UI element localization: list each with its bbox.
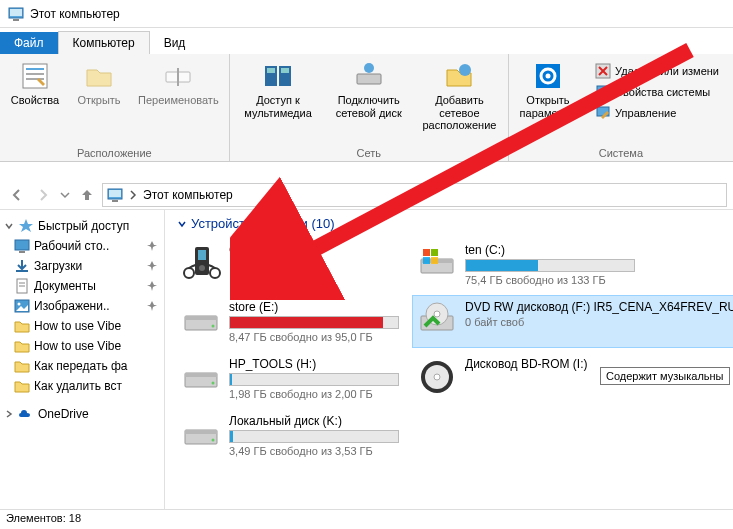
- system-properties-button[interactable]: Свойства системы: [593, 83, 721, 101]
- arrow-right-icon: [35, 187, 51, 203]
- svg-point-55: [212, 382, 215, 385]
- sidebar: Быстрый доступ Рабочий сто..ЗагрузкиДоку…: [0, 210, 165, 509]
- svg-rect-43: [423, 249, 430, 256]
- quick-access-root[interactable]: Быстрый доступ: [2, 216, 162, 236]
- svg-rect-29: [19, 251, 25, 253]
- svg-rect-1: [10, 9, 22, 16]
- svg-rect-54: [185, 373, 217, 377]
- drive-name: HP_TOOLS (H:): [229, 357, 399, 371]
- drive-item[interactable]: GT-I8160: [177, 239, 403, 290]
- ribbon-group-system: Открыть параметры Удалить или измени Сво…: [509, 54, 733, 161]
- window-title: Этот компьютер: [30, 7, 120, 21]
- nav-back-button[interactable]: [6, 184, 28, 206]
- this-pc-icon: [8, 6, 24, 22]
- sidebar-item[interactable]: Как передать фа: [2, 356, 162, 376]
- address-text: Этот компьютер: [143, 188, 233, 202]
- ribbon-group-label-system: Система: [599, 145, 643, 159]
- main-area: Быстрый доступ Рабочий сто..ЗагрузкиДоку…: [0, 210, 733, 509]
- uninstall-programs-button[interactable]: Удалить или измени: [593, 62, 721, 80]
- rename-icon: [162, 60, 194, 92]
- svg-rect-37: [198, 250, 206, 260]
- drive-icon: [181, 300, 221, 340]
- svg-rect-23: [600, 96, 606, 98]
- svg-rect-45: [423, 257, 430, 264]
- item-count: Элементов: 18: [6, 512, 81, 524]
- statusbar: Элементов: 18: [0, 509, 733, 529]
- svg-point-15: [459, 64, 471, 76]
- capacity-bar: [229, 430, 399, 443]
- drive-status: 0 байт своб: [465, 316, 733, 328]
- sidebar-item[interactable]: Загрузки: [2, 256, 162, 276]
- drives-grid: GT-I8160ten (C:)75,4 ГБ свободно из 133 …: [177, 239, 721, 461]
- address-bar[interactable]: Этот компьютер: [102, 183, 727, 207]
- drive-item[interactable]: Локальный диск (K:)3,49 ГБ свободно из 3…: [177, 410, 403, 461]
- svg-point-38: [199, 265, 205, 271]
- sidebar-item[interactable]: How to use Vibe: [2, 336, 162, 356]
- drive-status: 1,98 ГБ свободно из 2,00 ГБ: [229, 388, 399, 400]
- sidebar-item[interactable]: Документы: [2, 276, 162, 296]
- titlebar: Этот компьютер: [0, 0, 733, 28]
- devices-group-header[interactable]: Устройства и диски (10): [177, 216, 721, 231]
- add-location-icon: [443, 60, 475, 92]
- arrow-left-icon: [9, 187, 25, 203]
- drive-item[interactable]: Дисковод BD-ROM (I:): [413, 353, 733, 404]
- svg-rect-5: [26, 73, 44, 75]
- chevron-down-icon: [177, 219, 187, 229]
- capacity-bar: [465, 259, 635, 272]
- svg-rect-44: [431, 249, 438, 256]
- svg-rect-2: [13, 19, 19, 21]
- drive-name: GT-I8160: [229, 243, 399, 257]
- sidebar-item[interactable]: Изображени..: [2, 296, 162, 316]
- svg-rect-46: [431, 257, 438, 264]
- drive-win-icon: [417, 243, 457, 283]
- ribbon-tabs: Файл Компьютер Вид: [0, 28, 733, 54]
- open-button[interactable]: Открыть: [70, 58, 128, 109]
- ribbon-group-label-location: Расположение: [77, 145, 152, 159]
- uninstall-icon: [595, 63, 611, 79]
- sidebar-item-label: Загрузки: [34, 259, 142, 273]
- tab-computer[interactable]: Компьютер: [58, 31, 150, 54]
- pin-icon: [146, 260, 158, 272]
- sidebar-item-label: Изображени..: [34, 299, 142, 313]
- drive-item[interactable]: DVD RW дисковод (F:) IR5_CENA_X64FREV_RU…: [413, 296, 733, 347]
- sidebar-item-label: How to use Vibe: [34, 339, 158, 353]
- nav-forward-button[interactable]: [32, 184, 54, 206]
- media-player-icon: [181, 243, 221, 283]
- address-pc-icon: [107, 187, 123, 203]
- sys-props-icon: [595, 84, 611, 100]
- drive-name: Дисковод BD-ROM (I:): [465, 357, 733, 371]
- chevron-right-icon: [4, 409, 14, 419]
- drive-status: 8,47 ГБ свободно из 95,0 ГБ: [229, 331, 399, 343]
- drive-item[interactable]: ten (C:)75,4 ГБ свободно из 133 ГБ: [413, 239, 733, 290]
- media-access-button[interactable]: Доступ к мультимедиа: [236, 58, 321, 134]
- svg-point-18: [545, 74, 550, 79]
- svg-point-49: [212, 325, 215, 328]
- drive-icon: [181, 357, 221, 397]
- rename-button[interactable]: Переименовать: [134, 58, 223, 109]
- pin-icon: [146, 280, 158, 292]
- drive-item[interactable]: store (E:)8,47 ГБ свободно из 95,0 ГБ: [177, 296, 403, 347]
- map-drive-button[interactable]: Подключить сетевой диск: [326, 58, 411, 134]
- chevron-down-icon: [60, 190, 70, 200]
- svg-rect-27: [112, 200, 118, 202]
- tab-file[interactable]: Файл: [0, 32, 58, 54]
- svg-point-61: [212, 439, 215, 442]
- drive-name: ten (C:): [465, 243, 733, 257]
- sidebar-item[interactable]: Как удалить вст: [2, 376, 162, 396]
- nav-recent-button[interactable]: [58, 184, 72, 206]
- sidebar-item[interactable]: How to use Vibe: [2, 316, 162, 336]
- open-settings-button[interactable]: Открыть параметры: [515, 58, 581, 126]
- tab-view[interactable]: Вид: [150, 32, 200, 54]
- ribbon-group-location: Свойства Открыть Переименовать Расположе…: [0, 54, 230, 161]
- add-net-location-button[interactable]: Добавить сетевое расположение: [417, 58, 502, 134]
- onedrive-root[interactable]: OneDrive: [2, 404, 162, 424]
- desktop-icon: [14, 238, 30, 254]
- drive-item[interactable]: HP_TOOLS (H:)1,98 ГБ свободно из 2,00 ГБ: [177, 353, 403, 404]
- manage-button[interactable]: Управление: [593, 104, 721, 122]
- sidebar-item[interactable]: Рабочий сто..: [2, 236, 162, 256]
- sidebar-item-label: Как передать фа: [34, 359, 158, 373]
- properties-button[interactable]: Свойства: [6, 58, 64, 109]
- open-icon: [83, 60, 115, 92]
- nav-up-button[interactable]: [76, 184, 98, 206]
- dvd-icon: [417, 300, 457, 340]
